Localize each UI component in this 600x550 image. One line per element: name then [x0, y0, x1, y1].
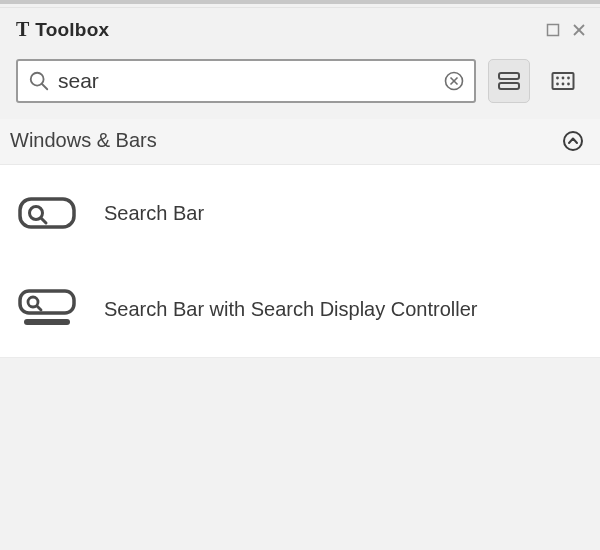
- chevron-up-circle-icon: [562, 130, 584, 152]
- close-button[interactable]: [572, 23, 586, 37]
- list-view-icon: [497, 70, 521, 92]
- results-list: Search Bar Search Bar with Search Displa…: [0, 165, 600, 357]
- empty-area: [0, 357, 600, 550]
- detach-button[interactable]: [546, 23, 560, 37]
- section-title: Windows & Bars: [10, 129, 157, 152]
- list-item[interactable]: Search Bar: [0, 165, 600, 261]
- toolbox-panel: T Toolbox: [0, 0, 600, 550]
- window-controls: [546, 23, 586, 37]
- panel-title: Toolbox: [35, 19, 109, 41]
- grid-view-button[interactable]: [542, 59, 584, 103]
- toolbar: [0, 47, 600, 119]
- svg-line-4: [42, 84, 48, 90]
- search-icon: [28, 70, 50, 92]
- close-icon: [572, 23, 586, 37]
- svg-rect-24: [24, 319, 70, 325]
- svg-point-11: [556, 77, 559, 80]
- collapse-section-button[interactable]: [562, 130, 584, 152]
- grid-view-icon: [551, 70, 575, 92]
- list-item[interactable]: Search Bar with Search Display Controlle…: [0, 261, 600, 357]
- list-item-label: Search Bar: [104, 202, 204, 225]
- detach-icon: [546, 23, 560, 37]
- svg-point-13: [567, 77, 570, 80]
- section-header[interactable]: Windows & Bars: [0, 119, 600, 165]
- svg-rect-10: [553, 73, 574, 89]
- svg-point-17: [564, 132, 582, 150]
- searchbar-icon: [18, 193, 76, 233]
- toolbox-icon: T: [16, 18, 29, 41]
- titlebar: T Toolbox: [0, 4, 600, 47]
- svg-point-16: [567, 83, 570, 86]
- svg-rect-0: [548, 24, 559, 35]
- searchbar-controller-icon: [18, 289, 76, 329]
- search-input[interactable]: [58, 69, 436, 93]
- search-field[interactable]: [16, 59, 476, 103]
- svg-point-14: [556, 83, 559, 86]
- svg-point-12: [562, 77, 565, 80]
- svg-rect-8: [499, 73, 519, 79]
- svg-point-15: [562, 83, 565, 86]
- svg-rect-9: [499, 83, 519, 89]
- list-item-label: Search Bar with Search Display Controlle…: [104, 298, 478, 321]
- svg-line-23: [37, 306, 41, 310]
- svg-line-20: [41, 218, 46, 223]
- clear-search-button[interactable]: [444, 71, 464, 91]
- list-view-button[interactable]: [488, 59, 530, 103]
